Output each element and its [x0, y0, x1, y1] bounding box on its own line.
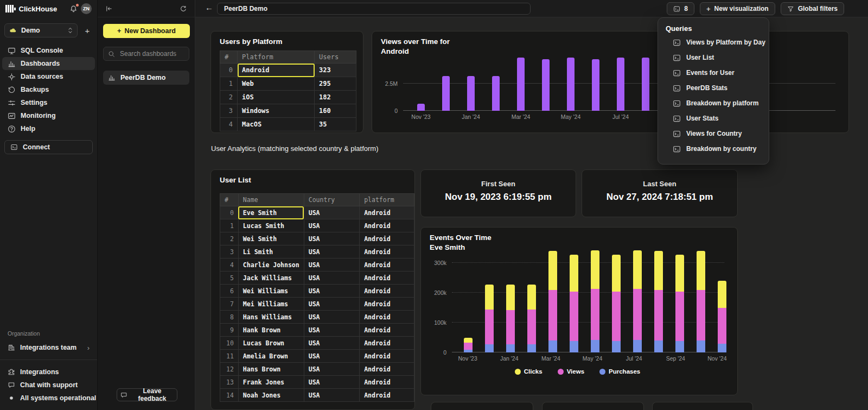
bar-segment-clicks[interactable]: [506, 285, 515, 310]
stacked-bar[interactable]: [485, 285, 494, 352]
stacked-bar[interactable]: [464, 338, 473, 352]
bar-segment-views[interactable]: [654, 290, 663, 341]
dashboard-list-item-peerdb-demo[interactable]: PeerDB Demo: [103, 71, 189, 85]
search-dashboards-input[interactable]: [119, 49, 184, 58]
table-cell[interactable]: USA: [304, 272, 359, 285]
table-cell[interactable]: USA: [304, 206, 359, 219]
table-cell[interactable]: USA: [304, 363, 359, 376]
bar-segment-purchases[interactable]: [633, 340, 642, 352]
table-cell[interactable]: Lucas Brown: [238, 337, 304, 350]
bar-segment-clicks[interactable]: [654, 251, 663, 290]
leave-feedback-button[interactable]: Leave feedback: [117, 388, 177, 401]
table-cell[interactable]: Eve Smith: [238, 206, 304, 219]
refresh-icon[interactable]: [180, 5, 187, 12]
query-item-breakdown-by-platform[interactable]: Breakdown by platform: [666, 96, 761, 111]
chart-bar[interactable]: [592, 59, 599, 111]
stacked-bar[interactable]: [675, 255, 684, 352]
table-cell[interactable]: Hank Brown: [238, 324, 304, 337]
bar-segment-views[interactable]: [633, 289, 642, 340]
table-cell[interactable]: 182: [315, 91, 356, 104]
table-cell[interactable]: Android: [238, 64, 315, 77]
sidebar-item-integrations-team[interactable]: Integrations team ›: [2, 341, 95, 354]
table-cell[interactable]: 2: [220, 91, 238, 104]
bar-segment-views[interactable]: [612, 292, 621, 341]
bar-segment-clicks[interactable]: [527, 285, 536, 310]
chart-bar[interactable]: [517, 58, 525, 111]
table-cell[interactable]: USA: [304, 285, 359, 298]
bar-segment-clicks[interactable]: [485, 285, 494, 310]
table-cell[interactable]: Amelia Brown: [238, 350, 304, 363]
new-dashboard-button[interactable]: + New Dashboard: [103, 24, 190, 38]
stacked-bar[interactable]: [612, 255, 621, 352]
table-cell[interactable]: 4: [220, 258, 239, 272]
table-cell[interactable]: MacOS: [238, 118, 315, 131]
chart-bar[interactable]: [542, 59, 550, 111]
table-cell[interactable]: Android: [360, 219, 414, 232]
sidebar-item-data-sources[interactable]: Data sources: [2, 70, 95, 83]
bar-segment-clicks[interactable]: [633, 250, 642, 289]
table-cell[interactable]: Li Smith: [238, 245, 304, 258]
table-cell[interactable]: Android: [360, 337, 414, 350]
table-cell[interactable]: Windows: [238, 104, 315, 118]
bar-segment-views[interactable]: [570, 292, 578, 341]
table-cell[interactable]: 5: [220, 272, 239, 285]
bar-segment-purchases[interactable]: [527, 344, 536, 352]
table-cell[interactable]: 13: [220, 376, 239, 389]
bar-segment-views[interactable]: [718, 308, 726, 344]
bar-segment-purchases[interactable]: [506, 344, 515, 352]
sidebar-item-help[interactable]: Help: [2, 122, 95, 135]
chart-bar[interactable]: [467, 76, 475, 111]
table-cell[interactable]: Android: [360, 324, 414, 337]
collapse-panel-icon[interactable]: [105, 5, 113, 12]
query-item-breakdown-by-country[interactable]: Breakdown by country: [666, 141, 761, 156]
bar-segment-views[interactable]: [591, 289, 599, 340]
table-cell[interactable]: Android: [360, 389, 414, 402]
table-cell[interactable]: 4: [220, 118, 238, 131]
stacked-bar[interactable]: [548, 251, 557, 352]
table-cell[interactable]: 10: [220, 337, 239, 350]
table-cell[interactable]: 3: [220, 245, 239, 258]
table-cell[interactable]: 11: [220, 350, 239, 363]
table-cell[interactable]: 1: [220, 219, 239, 232]
table-cell[interactable]: 14: [220, 389, 239, 402]
bar-segment-purchases[interactable]: [675, 341, 684, 352]
stacked-bar[interactable]: [633, 250, 642, 352]
bar-segment-purchases[interactable]: [697, 340, 705, 352]
bar-segment-purchases[interactable]: [570, 341, 578, 352]
table-cell[interactable]: Android: [360, 206, 414, 219]
table-cell[interactable]: 1: [220, 77, 238, 91]
bar-segment-clicks[interactable]: [591, 250, 599, 289]
table-cell[interactable]: USA: [304, 337, 359, 350]
bar-segment-views[interactable]: [675, 292, 684, 341]
table-cell[interactable]: USA: [304, 245, 359, 258]
sidebar-item-monitoring[interactable]: Monitoring: [2, 109, 95, 122]
sidebar-item-integrations[interactable]: Integrations: [2, 365, 95, 379]
bar-segment-purchases[interactable]: [548, 340, 557, 352]
stacked-bar[interactable]: [654, 251, 663, 352]
bar-segment-purchases[interactable]: [591, 340, 599, 352]
table-cell[interactable]: Android: [360, 232, 414, 245]
table-cell[interactable]: 35: [315, 118, 356, 131]
table-cell[interactable]: Wei Williams: [238, 285, 304, 298]
legend-item-views[interactable]: Views: [558, 368, 584, 375]
new-visualization-button[interactable]: + New visualization: [700, 2, 775, 15]
sidebar-item-dashboards[interactable]: Dashboards: [2, 57, 95, 70]
notifications-bell-icon[interactable]: [69, 5, 78, 13]
add-service-button[interactable]: +: [82, 26, 93, 35]
table-cell[interactable]: 8: [220, 311, 239, 324]
table-cell[interactable]: Jack Williams: [238, 272, 304, 285]
query-item-views-by-platform-by-day[interactable]: Views by Platform by Day: [666, 35, 761, 50]
table-cell[interactable]: USA: [304, 298, 359, 311]
table-cell[interactable]: Wei Smith: [238, 232, 304, 245]
table-cell[interactable]: iOS: [238, 91, 315, 104]
table-cell[interactable]: Android: [360, 245, 414, 258]
stacked-bar[interactable]: [718, 281, 726, 352]
stacked-bar[interactable]: [570, 255, 578, 352]
user-avatar[interactable]: ZN: [81, 3, 92, 14]
bar-segment-clicks[interactable]: [612, 255, 621, 292]
bar-segment-views[interactable]: [548, 290, 557, 341]
table-cell[interactable]: USA: [304, 324, 359, 337]
table-cell[interactable]: 3: [220, 104, 238, 118]
table-cell[interactable]: USA: [304, 389, 359, 402]
table-cell[interactable]: Noah Jones: [238, 389, 304, 402]
